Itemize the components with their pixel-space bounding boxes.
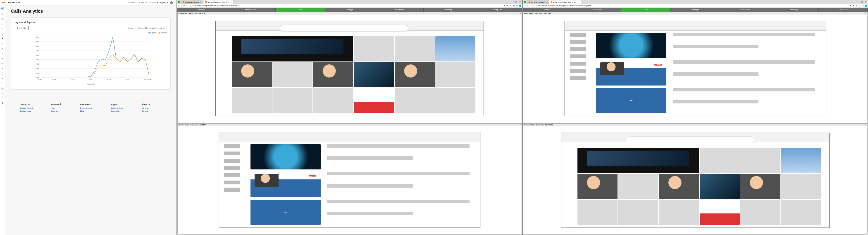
rail-icon-email[interactable]	[1, 62, 4, 65]
rail-icon-bulk[interactable]: ⋮	[1, 102, 4, 105]
app-tab-recording[interactable]: Recording	[769, 8, 819, 12]
close-icon[interactable]: ×	[230, 1, 231, 3]
footer-link[interactable]: Careers	[142, 110, 150, 113]
cf-footer: Contact us Contact support Contact sales…	[11, 103, 170, 113]
rail-icon-workers[interactable]	[1, 67, 4, 70]
rail-icon-trace[interactable]	[1, 37, 4, 40]
back-icon[interactable]: ←	[178, 4, 180, 6]
rail-icon-storage[interactable]	[1, 72, 4, 75]
footer-link[interactable]: Our team	[142, 107, 150, 110]
profile-icon[interactable]	[178, 1, 180, 3]
back-icon[interactable]: ←	[524, 4, 525, 6]
user-menu[interactable]	[170, 1, 175, 4]
rail-icon-calls[interactable]	[1, 87, 4, 90]
app-tab-file-transfer[interactable]: File Transfer	[374, 8, 424, 12]
close-window-icon[interactable]: ✕	[865, 1, 867, 3]
time-range-select[interactable]: Previous 30 minutes Live updating	[136, 26, 167, 30]
rail-icon-domains[interactable]	[1, 22, 4, 25]
extension-icon[interactable]: ★	[506, 4, 509, 7]
rail-icon-analytics[interactable]	[1, 27, 4, 30]
close-window-icon[interactable]: ✕	[519, 1, 521, 3]
extension-icon[interactable]: ⚙	[513, 4, 515, 7]
close-icon[interactable]: ×	[578, 1, 579, 3]
close-icon[interactable]: ×	[546, 1, 547, 3]
app-tab-initialise[interactable]: Initialise	[177, 8, 226, 12]
app-tab-video-audio[interactable]: Video & Audio	[572, 8, 621, 12]
rail-icon-manage[interactable]	[1, 92, 4, 95]
extension-icon[interactable]: ★	[852, 4, 855, 7]
svg-text:15.3MiB: 15.3MiB	[34, 41, 39, 43]
forward-icon[interactable]: →	[181, 4, 182, 6]
footer-link[interactable]: Knowledgebase	[111, 107, 123, 110]
app-tab-video-audio[interactable]: Video & Audio	[226, 8, 276, 12]
footer-link[interactable]: Blog	[80, 110, 92, 113]
extension-icon[interactable]: ⊕	[855, 4, 858, 7]
rail-icon-turnstile[interactable]	[1, 47, 4, 50]
extension-icon[interactable]: ▤	[862, 4, 864, 7]
app-tab-join[interactable]: Join	[621, 8, 671, 12]
minimize-icon[interactable]: —	[857, 1, 859, 3]
close-icon[interactable]: ×	[865, 12, 866, 14]
maximize-icon[interactable]: ▢	[861, 1, 863, 3]
close-icon[interactable]: ×	[865, 124, 866, 126]
app-tab-file-transfer[interactable]: File Transfer	[720, 8, 769, 12]
browser-tab[interactable]: WebRTC Cloudflare Calls SFU ...×	[549, 0, 581, 4]
new-tab-button[interactable]: ＋	[234, 0, 237, 4]
forward-icon[interactable]: →	[526, 4, 528, 6]
rail-icon-ip[interactable]	[1, 52, 4, 55]
url-input[interactable]: 🔒https://www.dznequeo.net/awsaps/site/we…	[533, 4, 848, 7]
app-tab-message[interactable]: Message	[325, 8, 374, 12]
app-tab-group-list[interactable]: Group List	[819, 8, 868, 12]
new-tab-button[interactable]: ＋	[581, 0, 585, 4]
rail-icon-zerotrust[interactable]: ⋯	[1, 57, 4, 60]
extension-icon[interactable]: ⚙	[859, 4, 861, 7]
app-tab-join[interactable]: Join	[276, 8, 325, 12]
app-tab-group-list[interactable]: Group List	[473, 8, 522, 12]
maximize-icon[interactable]: ▢	[515, 1, 517, 3]
plus-icon: ＋	[139, 1, 141, 4]
rail-icon-waf[interactable]	[1, 42, 4, 45]
app-tab-recording[interactable]: Recording	[424, 8, 473, 12]
cloudflare-logo[interactable]: CLOUDFLARE	[2, 2, 20, 4]
reload-icon[interactable]: ⟳	[529, 4, 531, 6]
extension-icon[interactable]: ◆	[849, 4, 851, 7]
profile-icon[interactable]	[524, 1, 526, 3]
add-site-button[interactable]: ＋Add site	[139, 1, 148, 4]
minimize-icon[interactable]: —	[511, 1, 513, 3]
goto-menu[interactable]: 🔍Go to...	[128, 2, 136, 4]
extension-icon[interactable]: ◆	[503, 4, 505, 7]
add-filter-button[interactable]: Add filter	[15, 26, 29, 30]
language-menu[interactable]: English	[160, 2, 168, 4]
footer-link[interactable]: Plans	[51, 107, 62, 110]
app-tab-initialise[interactable]: Initialise	[523, 8, 572, 12]
home-icon[interactable]: ⌂	[186, 4, 187, 6]
footer-link[interactable]: Community	[111, 110, 123, 113]
footer-link[interactable]: Overview	[51, 110, 62, 113]
footer-link[interactable]: Contact support	[20, 107, 33, 110]
rail-icon-stream[interactable]	[1, 77, 4, 80]
app-tab-message[interactable]: Message	[671, 8, 720, 12]
footer-link[interactable]: Documentation	[80, 107, 92, 110]
rail-icon-images[interactable]	[1, 82, 4, 85]
rail-icon-discover[interactable]	[1, 17, 4, 20]
rail-icon-security[interactable]	[1, 32, 4, 35]
account-badge[interactable]: Da	[1, 7, 4, 10]
account-icon[interactable]	[865, 4, 867, 7]
rail-icon-notifications[interactable]	[1, 97, 4, 100]
extension-icon[interactable]: ⊕	[509, 4, 512, 7]
rail-icon-websites[interactable]	[1, 12, 4, 15]
footer-link[interactable]: Contact sales	[20, 110, 33, 113]
chart-xaxis-label: Time (local)	[15, 83, 167, 85]
browser-tab[interactable]: App Tools - Nequeo×	[181, 0, 203, 4]
home-icon[interactable]: ⌂	[531, 4, 533, 6]
account-icon[interactable]	[519, 4, 521, 7]
extension-icon[interactable]: ▤	[516, 4, 518, 7]
close-icon[interactable]: ×	[520, 12, 521, 14]
support-menu[interactable]: Support	[150, 2, 158, 4]
reload-icon[interactable]: ⟳	[183, 4, 185, 6]
close-icon[interactable]: ×	[200, 1, 201, 3]
url-input[interactable]: 🔒https://www.dznequeo.net/awsaps/site/we…	[188, 4, 502, 7]
browser-tab[interactable]: App Tools - Nequeo×	[527, 0, 549, 4]
browser-tab[interactable]: WebRTC Cloudflare Calls SF...×	[204, 0, 233, 4]
close-icon[interactable]: ×	[520, 124, 521, 126]
